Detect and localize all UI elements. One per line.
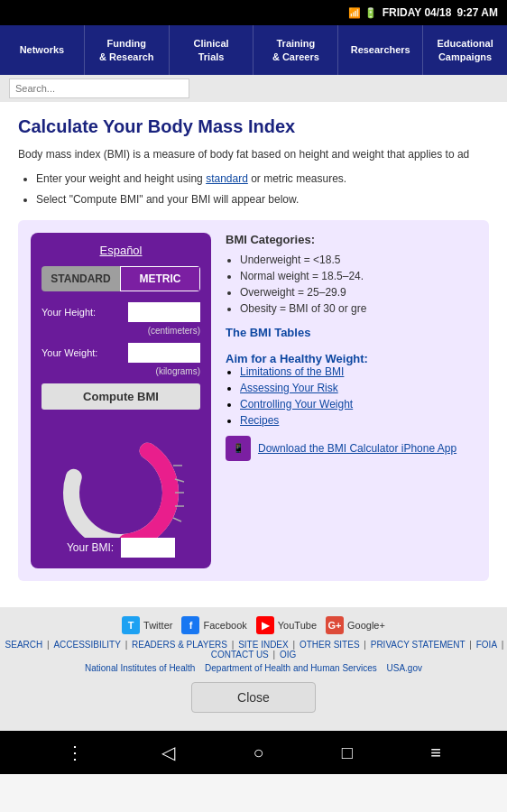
footer-oig[interactable]: OIG <box>280 650 296 660</box>
youtube-label: YouTube <box>278 620 317 631</box>
bmi-calculator: Español STANDARD METRIC Your Height: (ce… <box>31 233 211 568</box>
svg-line-6 <box>173 518 181 521</box>
footer-search[interactable]: SEARCH <box>5 640 43 650</box>
android-home-button[interactable]: ○ <box>254 743 264 763</box>
facebook-icon: f <box>181 616 199 634</box>
aim-link-container: Aim for a Healthy Weight: <box>226 352 476 365</box>
social-facebook[interactable]: f Facebook <box>181 616 246 634</box>
tab-metric[interactable]: METRIC <box>120 266 200 291</box>
status-time: FRIDAY 04/18 <box>383 6 452 19</box>
download-row: 📱 Download the BMI Calculator iPhone App <box>226 436 476 461</box>
aim-recipes: Recipes <box>240 414 476 427</box>
bmi-tool: Español STANDARD METRIC Your Height: (ce… <box>18 220 489 581</box>
nih-link[interactable]: National Institutes of Health <box>85 663 195 673</box>
height-input[interactable] <box>128 302 200 322</box>
download-icon: 📱 <box>226 436 251 461</box>
bullet-item-1: Enter your weight and height using stand… <box>36 171 489 187</box>
social-youtube[interactable]: ▶ YouTube <box>256 616 317 634</box>
nav-item-researchers[interactable]: Researchers <box>338 25 423 75</box>
cat-normal: Normal weight = 18.5–24. <box>240 270 476 282</box>
your-bmi-input[interactable] <box>121 538 175 558</box>
twitter-label: Twitter <box>143 620 172 631</box>
weight-label: Your Weight: <box>41 347 97 358</box>
download-link[interactable]: Download the BMI Calculator iPhone App <box>258 442 456 455</box>
social-google[interactable]: G+ Google+ <box>326 616 385 634</box>
footer: T Twitter f Facebook ▶ YouTube G+ Google… <box>0 607 507 731</box>
page-title: Calculate Your Body Mass Index <box>18 116 489 137</box>
footer-orgs: National Institutes of Health Department… <box>0 663 507 673</box>
social-links: T Twitter f Facebook ▶ YouTube G+ Google… <box>0 616 507 634</box>
android-bar: ⋮ ◁ ○ □ ≡ <box>0 731 507 774</box>
footer-accessibility[interactable]: ACCESSIBILITY <box>53 640 120 650</box>
tab-standard[interactable]: STANDARD <box>41 266 120 291</box>
tab-row: STANDARD METRIC <box>41 266 200 291</box>
nav-item-funding[interactable]: Funding& Research <box>85 25 170 75</box>
close-button[interactable]: Close <box>191 682 316 713</box>
footer-site-index[interactable]: SITE INDEX <box>238 640 289 650</box>
android-recents-button[interactable]: □ <box>342 743 353 763</box>
footer-contact[interactable]: CONTACT US <box>211 650 269 660</box>
aim-limitations: Limitations of the BMI <box>240 365 476 378</box>
hhs-link[interactable]: Department of Health and Human Services <box>205 663 377 673</box>
google-icon: G+ <box>326 616 344 634</box>
aim-controlling: Controlling Your Weight <box>240 398 476 411</box>
facebook-label: Facebook <box>203 620 246 631</box>
compute-bmi-button[interactable]: Compute BMI <box>41 383 200 410</box>
gauge-svg <box>49 420 193 538</box>
android-back-button[interactable]: ◁ <box>161 742 175 763</box>
cat-obesity: Obesity = BMI of 30 or gre <box>240 302 476 315</box>
height-label: Your Height: <box>41 307 96 318</box>
status-bar: 📶 🔋 FRIDAY 04/18 9:27 AM <box>0 0 507 25</box>
bmi-categories: BMI Categories: Underweight = <18.5 Norm… <box>226 233 476 568</box>
social-twitter[interactable]: T Twitter <box>122 616 172 634</box>
battery-icon: 🔋 <box>364 7 377 19</box>
footer-other-sites[interactable]: OTHER SITES <box>300 640 360 650</box>
bmi-aims-list: Limitations of the BMI Assessing Your Ri… <box>240 365 476 427</box>
main-nav: Networks Funding& Research ClinicalTrial… <box>0 25 507 75</box>
bullet-item-2: Select "Compute BMI" and your BMI will a… <box>36 192 489 208</box>
bmi-cat-title: BMI Categories: <box>226 233 476 246</box>
weight-row: Your Weight: <box>41 343 200 363</box>
your-bmi-row: Your BMI: <box>41 538 200 558</box>
height-row: Your Height: <box>41 302 200 322</box>
height-unit: (centimeters) <box>41 326 200 336</box>
standard-link[interactable]: standard <box>206 172 248 185</box>
footer-readers[interactable]: READERS & PLAYERS <box>132 640 227 650</box>
footer-foia[interactable]: FOIA <box>476 640 497 650</box>
footer-privacy[interactable]: PRIVACY STATEMENT <box>371 640 466 650</box>
main-content: Calculate Your Body Mass Index Body mass… <box>0 102 507 607</box>
bmi-cat-list: Underweight = <18.5 Normal weight = 18.5… <box>240 254 476 315</box>
nav-item-educational[interactable]: EducationalCampaigns <box>423 25 507 75</box>
android-menu-button[interactable]: ⋮ <box>66 742 84 763</box>
cat-overweight: Overweight = 25–29.9 <box>240 286 476 299</box>
wifi-icon: 📶 <box>348 7 361 19</box>
aim-assessing: Assessing Your Risk <box>240 382 476 394</box>
weight-input[interactable] <box>128 343 200 363</box>
search-area <box>0 75 507 102</box>
status-clock: 9:27 AM <box>456 6 498 19</box>
nav-item-training[interactable]: Training& Careers <box>254 25 338 75</box>
nav-item-networks[interactable]: Networks <box>0 25 85 75</box>
youtube-icon: ▶ <box>256 616 274 634</box>
status-icons: 📶 🔋 <box>348 7 377 19</box>
your-bmi-label: Your BMI: <box>67 541 114 554</box>
tables-link-container: The BMI Tables <box>226 326 476 339</box>
bmi-gauge <box>49 420 193 538</box>
nav-item-clinical[interactable]: ClinicalTrials <box>170 25 254 75</box>
weight-unit: (kilograms) <box>41 366 200 376</box>
cat-underweight: Underweight = <18.5 <box>240 254 476 266</box>
android-options-button[interactable]: ≡ <box>430 743 441 763</box>
bullet-list: Enter your weight and height using stand… <box>36 171 489 208</box>
google-label: Google+ <box>347 620 385 631</box>
twitter-icon: T <box>122 616 140 634</box>
aim-link[interactable]: Aim for a Healthy Weight: <box>226 352 368 365</box>
tables-link[interactable]: The BMI Tables <box>226 326 310 339</box>
close-btn-container: Close <box>0 682 507 713</box>
search-input[interactable] <box>9 78 189 98</box>
espanol-link[interactable]: Español <box>41 244 200 257</box>
usa-gov-link[interactable]: USA.gov <box>387 663 422 673</box>
intro-text: Body mass index (BMI) is a measure of bo… <box>18 146 489 162</box>
footer-links: SEARCH | ACCESSIBILITY | READERS & PLAYE… <box>0 640 507 660</box>
